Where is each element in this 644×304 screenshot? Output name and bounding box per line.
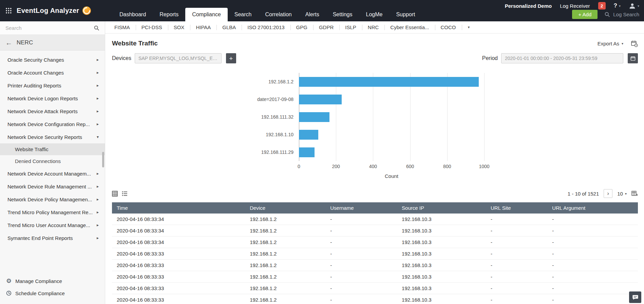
cell-time: 2020-04-16 08:33:34	[112, 228, 245, 234]
nav-logme[interactable]: LogMe	[359, 8, 389, 21]
schedule-compliance-button[interactable]: Schedule Compliance	[0, 287, 105, 299]
chart-bar[interactable]	[299, 130, 318, 140]
chevron-right-icon: ▸	[97, 122, 99, 126]
report-header: Website Traffic Export As ▾	[105, 34, 644, 50]
compliance-tab[interactable]: SOX	[168, 21, 190, 34]
sidebar-item-network-device-rule-management[interactable]: Network Device Rule Management ... ▸	[0, 180, 105, 193]
list-view-icon[interactable]	[122, 191, 128, 197]
table-settings-icon[interactable]	[631, 190, 638, 197]
cell-source-ip: 192.168.10.3	[397, 297, 486, 303]
log-search-button[interactable]: Log Search	[604, 12, 639, 17]
sidebar-search-input[interactable]	[5, 25, 91, 31]
compliance-tab[interactable]: ISLP	[339, 21, 362, 34]
compliance-tab[interactable]: GPG	[290, 21, 313, 34]
sidebar-item-network-device-logon-reports[interactable]: Network Device Logon Reports ▸	[0, 92, 105, 105]
nav-settings[interactable]: Settings	[326, 8, 359, 21]
sidebar-item-network-device-configuration-reports[interactable]: Network Device Configuration Rep... ▸	[0, 118, 105, 130]
grid-view-icon[interactable]	[112, 191, 118, 197]
chevron-right-icon: ▸	[97, 96, 99, 100]
compliance-tab[interactable]: GLBA	[216, 21, 242, 34]
chart-bar[interactable]	[299, 95, 342, 104]
compliance-tab[interactable]: COCO	[435, 21, 462, 34]
nav-reports[interactable]: Reports	[153, 8, 185, 21]
table-row[interactable]: 2020-04-16 08:33:34 192.168.1.2 - 192.16…	[112, 225, 638, 237]
nav-dashboard[interactable]: Dashboard	[113, 8, 153, 21]
cell-url-argument: -	[547, 251, 638, 257]
column-header-url-argument: URL Argument	[547, 205, 638, 211]
compliance-tab[interactable]: NRC	[362, 21, 385, 34]
sidebar-item-trend-micro-policy-management[interactable]: Trend Micro Policy Management Re... ▸	[0, 206, 105, 219]
table-row[interactable]: 2020-04-16 08:33:34 192.168.1.2 - 192.16…	[112, 237, 638, 248]
chevron-down-icon: ▾	[97, 135, 99, 139]
cell-url-argument: -	[547, 274, 638, 280]
cell-device: 192.168.1.2	[245, 216, 325, 222]
table-row[interactable]: 2020-04-16 08:33:33 192.168.1.2 - 192.16…	[112, 283, 638, 294]
schedule-report-icon[interactable]	[631, 40, 638, 47]
cell-source-ip: 192.168.10.3	[397, 285, 486, 291]
compliance-tab[interactable]: Cyber Essentia...	[384, 21, 435, 34]
back-arrow-icon[interactable]: ←	[5, 39, 12, 46]
manage-compliance-button[interactable]: ⚙ Manage Compliance	[0, 275, 105, 287]
sidebar-scrollbar[interactable]	[102, 152, 104, 167]
sidebar-item-network-device-security-reports[interactable]: Network Device Security Reports ▾	[0, 130, 105, 143]
notification-badge[interactable]: 2	[598, 2, 606, 9]
add-device-button[interactable]: +	[226, 53, 236, 63]
apps-grid-icon[interactable]	[5, 7, 12, 14]
schedule-compliance-label: Schedule Compliance	[15, 290, 65, 296]
add-button[interactable]: + Add	[572, 10, 598, 19]
chart-bar[interactable]	[299, 112, 329, 122]
nav-correlation[interactable]: Correlation	[259, 8, 299, 21]
feedback-chat-button[interactable]	[629, 291, 641, 303]
sidebar-subitem-website-traffic[interactable]: Website Traffic	[0, 143, 105, 155]
search-icon[interactable]	[94, 25, 99, 31]
sidebar-item-network-device-attack-reports[interactable]: Network Device Attack Reports ▸	[0, 105, 105, 118]
chart-x-tick: 200	[332, 164, 340, 169]
column-header-username: Username	[325, 205, 397, 211]
compliance-tab[interactable]: HIPAA	[190, 21, 216, 34]
calendar-button[interactable]	[628, 53, 638, 63]
chart-bar[interactable]	[299, 77, 479, 87]
compliance-tab[interactable]: ISO 27001:2013	[242, 21, 290, 34]
sidebar-item-symantec-end-point-reports[interactable]: Symantec End Point Reports ▸	[0, 231, 105, 244]
sidebar-item-network-device-account-management[interactable]: Network Device Account Managem... ▸	[0, 167, 105, 180]
sidebar-item-network-device-policy-management[interactable]: Network Device Policy Managemen... ▸	[0, 193, 105, 206]
compliance-tab[interactable]: FISMA	[109, 21, 136, 34]
sidebar-item-printer-auditing-reports[interactable]: Printer Auditing Reports ▸	[0, 79, 105, 92]
log-receiver-button[interactable]: Log Receiver	[560, 3, 590, 9]
cell-url-argument: -	[547, 216, 638, 222]
page-size-select[interactable]: 10 ▾	[617, 191, 627, 197]
topbar-brand: EventLog Analyzer	[0, 0, 113, 21]
help-menu-button[interactable]: ? ▾	[614, 2, 621, 9]
table-row[interactable]: 2020-04-16 08:33:33 192.168.1.2 - 192.16…	[112, 248, 638, 260]
sidebar-item-label: Trend Micro User Account Manage...	[7, 222, 90, 228]
sidebar-item-trend-micro-user-account-management[interactable]: Trend Micro User Account Manage... ▸	[0, 219, 105, 231]
table-row[interactable]: 2020-04-16 08:33:33 192.168.1.2 - 192.16…	[112, 271, 638, 283]
table-row[interactable]: 2020-04-16 08:33:33 192.168.1.2 - 192.16…	[112, 260, 638, 271]
nav-compliance[interactable]: Compliance	[185, 8, 227, 21]
cell-url-argument: -	[547, 228, 638, 234]
nav-search[interactable]: Search	[228, 8, 259, 21]
sidebar-item-oracle-account-changes[interactable]: Oracle Account Changes ▸	[0, 66, 105, 79]
chart-bar[interactable]	[299, 147, 315, 157]
chart-category-label: 192.168.1.2	[231, 73, 293, 90]
compliance-tab[interactable]: PCI-DSS	[136, 21, 168, 34]
table-row[interactable]: 2020-04-16 08:33:33 192.168.1.2 - 192.16…	[112, 294, 638, 304]
export-as-button[interactable]: Export As ▾	[598, 41, 623, 46]
table-row[interactable]: 2020-04-16 08:33:34 192.168.1.2 - 192.16…	[112, 214, 638, 225]
sidebar-item-oracle-security-changes[interactable]: Oracle Security Changes ▸	[0, 53, 105, 66]
chart-category-label: date=2017-09-08	[231, 90, 293, 108]
more-compliance-dropdown[interactable]: ▾	[462, 21, 476, 34]
chart-x-tick: 0	[298, 164, 300, 169]
cell-source-ip: 192.168.10.3	[397, 239, 486, 245]
next-page-button[interactable]: ›	[604, 189, 612, 198]
devices-input[interactable]	[135, 53, 222, 63]
column-header-time: Time	[112, 205, 245, 211]
user-menu-button[interactable]: ▾	[629, 2, 639, 9]
nav-support[interactable]: Support	[389, 8, 422, 21]
devices-label: Devices	[112, 55, 131, 61]
period-input[interactable]	[501, 53, 623, 63]
app-logo[interactable]: EventLog Analyzer	[17, 6, 91, 15]
nav-alerts[interactable]: Alerts	[299, 8, 326, 21]
compliance-tab[interactable]: GDPR	[313, 21, 339, 34]
sidebar-subitem-denied-connections[interactable]: Denied Connections	[0, 155, 105, 167]
